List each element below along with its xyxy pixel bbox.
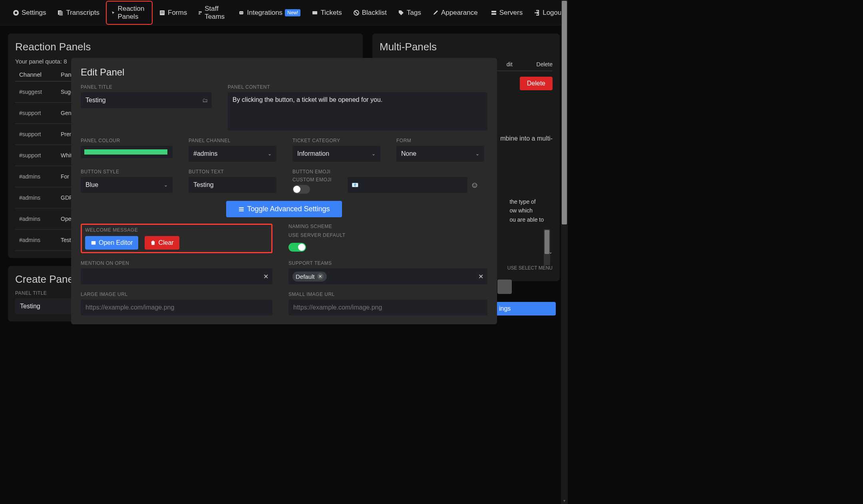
ticket-category-select[interactable]: Information⌄ [292,146,380,162]
nav-appearance[interactable]: Appearance [428,6,483,20]
nav-integrations[interactable]: Integrations New! [233,6,305,20]
nav-blacklist-label: Blacklist [362,9,387,17]
panel-channel-label: PANEL CHANNEL [189,138,276,143]
button-text-input[interactable] [189,177,276,193]
card-title: Reaction Panels [15,41,356,53]
support-team-tag[interactable]: Default ✕ [292,272,327,282]
panel-channel-select[interactable]: #admins⌄ [189,146,276,162]
button-style-select[interactable]: Blue⌄ [81,177,173,193]
nav-forms-label: Forms [168,9,187,17]
panel-content-label: PANEL CONTENT [228,84,487,90]
svg-rect-15 [239,207,244,208]
remove-tag-icon[interactable]: ✕ [317,273,324,280]
support-teams-input[interactable]: Default ✕ ✕ [288,268,487,284]
nav-servers[interactable]: Servers [486,6,528,20]
nav-tickets[interactable]: Tickets [307,6,346,20]
combine-text: mbine into a multi- [500,135,553,142]
clear-icon[interactable]: ✕ [263,273,268,280]
mention-on-open-input[interactable]: ✕ [81,268,272,284]
nav-tickets-label: Tickets [320,9,342,17]
nav-transcripts-label: Transcripts [66,9,99,17]
svg-point-9 [242,12,243,13]
svg-point-8 [240,12,241,13]
chevron-down-icon: ⌄ [372,151,376,157]
ticket-icon [312,10,318,16]
select-menu-checkbox[interactable] [497,280,512,294]
small-image-url-label: SMALL IMAGE URL [288,292,487,297]
support-teams-label: SUPPORT TEAMS [288,260,487,266]
nav-transcripts[interactable]: Transcripts [52,6,104,20]
inner-scrollbar[interactable] [544,229,550,265]
button-style-label: BUTTON STYLE [81,169,173,175]
nav-staff-teams-label: Staff Teams [205,5,227,21]
nav-appearance-label: Appearance [441,9,478,17]
panel-colour-input[interactable] [84,149,168,155]
button-text-label: BUTTON TEXT [189,169,276,175]
svg-rect-14 [491,13,496,15]
panel-colour-label: PANEL COLOUR [81,138,173,143]
scrollbar-thumb[interactable] [562,1,567,224]
cursor-icon [111,10,115,16]
nav-tags[interactable]: Tags [393,6,426,20]
clear-button[interactable]: Clear [145,236,179,250]
info-text: the type of ow which ou are able to [509,197,544,224]
svg-rect-13 [491,11,496,12]
editor-icon [91,240,96,246]
nav-reaction-panels[interactable]: Reaction Panels [106,1,153,25]
new-badge: New! [285,9,300,16]
nav-reaction-panels-label: Reaction Panels [117,5,147,21]
toggle-advanced-button[interactable]: Toggle Advanced Settings [226,201,342,217]
nav-servers-label: Servers [499,9,523,17]
mp-edit-header: dit [507,61,513,67]
page-scrollbar[interactable]: ▴ ▾ [561,0,568,504]
chevron-down-icon: ⌄ [475,151,479,157]
panel-title-input[interactable] [81,92,212,108]
nav-staff-teams[interactable]: Staff Teams [193,2,232,24]
custom-emoji-toggle[interactable] [292,185,310,194]
trash-icon [150,240,156,246]
edit-panel-modal: Edit Panel PANEL TITLE 🗂 PANEL CONTENT P… [71,58,497,324]
nav-settings-label: Settings [22,9,46,17]
small-image-url-input[interactable] [288,300,487,315]
sliders-icon [238,206,245,212]
chevron-down-icon: ⌄ [268,151,272,157]
svg-rect-16 [239,209,244,210]
nav-forms[interactable]: Forms [154,6,192,20]
nav-logout-label: Logout [543,9,563,17]
button-emoji-label: BUTTON EMOJI [292,169,487,175]
server-icon [491,10,497,16]
brush-icon [432,10,439,16]
tags-icon [398,10,404,16]
mention-on-open-label: MENTION ON OPEN [81,260,272,266]
emoji-input[interactable]: 📧 [348,177,467,193]
large-image-url-input[interactable] [81,300,272,315]
chevron-down-icon[interactable]: ⌄ [549,249,553,255]
scroll-down-icon[interactable]: ▾ [561,497,568,504]
form-label: FORM [396,138,484,143]
svg-rect-1 [59,11,63,16]
emoji-picker-icon[interactable]: ☺ [471,181,479,190]
use-server-default-toggle[interactable] [288,243,306,252]
svg-rect-3 [161,12,164,12]
mp-delete-button[interactable]: Delete [520,77,553,90]
users-icon [198,10,202,16]
nav-blacklist[interactable]: Blacklist [348,6,392,20]
svg-rect-18 [91,241,96,245]
settings-partial-button[interactable]: ings [492,302,556,315]
copy-icon [57,10,64,16]
mp-delete-header: Delete [537,61,553,67]
th-channel: Channel [19,71,51,78]
nav-settings[interactable]: Settings [8,6,51,20]
open-editor-button[interactable]: Open Editor [85,236,138,250]
form-select[interactable]: None⌄ [396,146,484,162]
panel-content-textarea[interactable] [228,92,487,131]
logout-icon [534,10,540,16]
ticket-category-label: TICKET CATEGORY [292,138,380,143]
form-icon [159,10,165,16]
clear-icon[interactable]: ✕ [478,273,483,280]
id-card-icon: 🗂 [202,97,208,103]
robot-icon [238,10,245,16]
top-nav: Settings Transcripts Reaction Panels For… [0,0,568,26]
custom-emoji-label: CUSTOM EMOJI [292,177,332,183]
svg-rect-10 [312,11,317,14]
